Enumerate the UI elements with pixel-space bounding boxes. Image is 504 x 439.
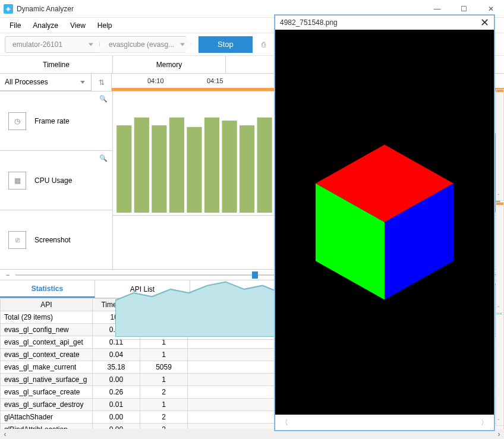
subtab-statistics[interactable]: Statistics	[0, 280, 95, 298]
chevron-down-icon	[80, 81, 85, 84]
preview-filename: 4982_751548.png	[280, 18, 338, 27]
screenshot-preview-window: 4982_751548.png ✕ 〈 〉	[275, 15, 494, 431]
table-cell: evas_gl_surface_destroy	[1, 399, 93, 411]
panel-screenshot[interactable]: ⎚ Screenshot	[0, 210, 113, 269]
minimap-seg[interactable]: ˇ	[496, 314, 504, 426]
menu-file[interactable]: File	[4, 19, 27, 32]
panel-cpu-usage[interactable]: ▦ CPU Usage 🔍	[0, 151, 113, 210]
zoom-thumb[interactable]	[252, 271, 258, 279]
scroll-left-button[interactable]: ‹	[0, 429, 10, 439]
right-minimap: ˇ ˇ ˇ	[496, 89, 504, 427]
preview-next-button[interactable]: 〉	[481, 418, 488, 428]
panel-label: Frame rate	[34, 117, 70, 125]
tab-timeline[interactable]: Timeline	[0, 56, 113, 73]
table-cell: 1	[140, 399, 188, 411]
svg-rect-4	[187, 127, 201, 213]
ruler-tick: 04:10	[147, 77, 164, 84]
table-cell: 0.01	[93, 399, 140, 411]
stop-button[interactable]: Stop	[199, 36, 253, 53]
table-cell: 0.04	[93, 349, 140, 361]
app-icon: ◈	[4, 4, 13, 14]
table-cell: evas_gl_config_new	[1, 324, 93, 336]
chevron-down-icon	[89, 43, 93, 46]
cube-render	[298, 127, 471, 317]
tab-memory[interactable]: Memory	[113, 56, 226, 73]
toolbar-icon-1[interactable]: ⎙	[256, 37, 272, 52]
menu-view[interactable]: View	[64, 19, 92, 32]
svg-rect-7	[240, 125, 254, 213]
zoom-out-button[interactable]: −	[4, 271, 12, 279]
process-filter-label: All Processes	[5, 78, 48, 86]
sidebar-panels: ◷ Frame rate 🔍 ▦ CPU Usage 🔍 ⎚ Screensho…	[0, 91, 113, 269]
table-cell: 0.26	[93, 386, 140, 399]
zoom-icon[interactable]: 🔍	[99, 154, 108, 162]
svg-rect-3	[169, 118, 184, 213]
svg-rect-5	[204, 118, 219, 213]
table-cell: 1	[140, 349, 188, 361]
scroll-right-button[interactable]: ›	[494, 429, 504, 439]
camera-icon: ⎚	[8, 231, 26, 249]
table-cell: 1	[140, 374, 188, 386]
table-cell: evas_gl_surface_create	[1, 386, 93, 399]
zoom-icon[interactable]: 🔍	[99, 95, 108, 103]
process-selector-toolbar[interactable]: evasglcube (evasg...	[95, 36, 191, 53]
menu-analyze[interactable]: Analyze	[27, 19, 64, 32]
table-cell: 2	[140, 386, 188, 399]
panel-frame-rate[interactable]: ◷ Frame rate 🔍	[0, 91, 113, 151]
table-cell: Total (29 items)	[1, 311, 93, 324]
table-cell: 0.00	[93, 374, 140, 386]
svg-rect-2	[152, 125, 166, 213]
svg-rect-8	[257, 118, 272, 213]
table-cell: glAttachShader	[1, 411, 93, 424]
cpu-icon: ▦	[8, 172, 26, 190]
preview-title-bar: 4982_751548.png ✕	[275, 15, 494, 30]
menu-help[interactable]: Help	[92, 19, 118, 32]
ruler-tool-icon[interactable]: ⇅	[92, 74, 112, 91]
preview-footer: 〈 〉	[275, 415, 494, 430]
svg-rect-0	[116, 125, 131, 213]
window-title: Dynamic Analyzer	[17, 5, 424, 13]
panel-label: Screenshot	[34, 236, 71, 244]
minimap-seg[interactable]: ˇ	[496, 89, 504, 201]
table-cell: evas_gl_make_current	[1, 361, 93, 374]
preview-close-button[interactable]: ✕	[480, 16, 489, 29]
panel-label: CPU Usage	[34, 176, 72, 185]
table-cell: evas_gl_native_surface_g	[1, 374, 93, 386]
minimap-seg[interactable]: ˇ	[496, 202, 504, 314]
device-label: emulator-26101	[12, 40, 62, 49]
ruler-tick: 04:15	[207, 77, 223, 84]
process-label: evasglcube (evasg...	[109, 40, 174, 49]
table-cell: 2	[140, 424, 188, 429]
table-cell: 35.18	[93, 361, 140, 374]
table-cell: evas_gl_context_api_get	[1, 336, 93, 349]
svg-rect-1	[134, 118, 149, 213]
preview-prev-button[interactable]: 〈	[281, 418, 288, 428]
frame-rate-icon: ◷	[8, 112, 26, 130]
device-selector[interactable]: emulator-26101	[5, 36, 100, 53]
chevron-down-icon	[180, 43, 185, 46]
process-filter[interactable]: All Processes	[0, 74, 92, 91]
table-cell: 2	[140, 411, 188, 424]
table-cell: 0.00	[93, 411, 140, 424]
svg-rect-6	[222, 121, 237, 213]
table-cell: evas_gl_context_create	[1, 349, 93, 361]
table-header[interactable]: API	[1, 299, 93, 311]
preview-body	[275, 30, 494, 415]
table-cell: 5059	[140, 361, 188, 374]
table-cell: 0.00	[93, 424, 140, 429]
table-cell: glBindAttribLocation	[1, 424, 93, 429]
